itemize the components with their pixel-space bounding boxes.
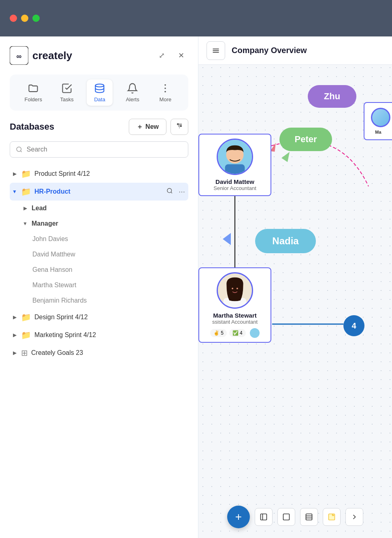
john-label: John Davies	[32, 235, 68, 243]
tree-item-creately-goals[interactable]: ▶ ⊞ Creately Goals 23	[10, 344, 188, 362]
zhu-label: Zhu	[324, 91, 340, 102]
data-icon	[94, 83, 105, 94]
grid-icon-creately-goals: ⊞	[21, 348, 28, 358]
chevron-right-toolbar-icon	[350, 513, 358, 521]
sticky-tool-button[interactable]	[323, 508, 341, 526]
hr-product-search-button[interactable]	[165, 187, 175, 196]
sub-item-john[interactable]: John Davies	[10, 231, 188, 247]
svg-point-5	[165, 91, 166, 92]
check-count: 4	[240, 330, 243, 336]
new-label: New	[145, 123, 159, 130]
peter-bubble: Peter	[279, 128, 332, 151]
svg-rect-37	[329, 514, 335, 520]
svg-marker-20	[223, 233, 231, 245]
tree-item-hr-product[interactable]: ▼ 📁 HR-Product ⋯	[10, 183, 188, 201]
badge-circle: 4	[343, 315, 364, 336]
sub-item-gena[interactable]: Gena Hanson	[10, 262, 188, 278]
fab-add-button[interactable]: +	[227, 506, 250, 528]
canvas-menu-button[interactable]	[207, 41, 225, 60]
chevron-right-icon: ▶	[11, 171, 18, 177]
product-sprint-label: Product Sprint 4/12	[34, 170, 187, 177]
tasks-icon	[61, 83, 72, 94]
david-label: David Matthew	[32, 251, 75, 258]
lead-label: Lead	[32, 205, 47, 212]
hr-product-label: HR-Product	[34, 188, 162, 195]
tree-item-design-sprint[interactable]: ▶ 📁 Design Sprint 4/12	[10, 308, 188, 326]
gena-label: Gena Hanson	[32, 266, 72, 273]
frame-tool-button[interactable]	[277, 508, 295, 526]
main-content: ∞ creately ⤢ ✕ Folders	[0, 36, 392, 538]
folder-icon-marketing-sprint: 📁	[21, 330, 31, 340]
search-small-icon	[166, 188, 173, 194]
frame-icon	[282, 513, 290, 521]
fab-plus-icon: +	[235, 510, 242, 523]
manager-label: Manager	[32, 220, 58, 227]
search-input[interactable]	[27, 146, 182, 153]
logo-text: creately	[32, 49, 72, 62]
filter-icon	[176, 122, 183, 130]
nav-label-more: More	[160, 96, 172, 102]
minimize-button[interactable]	[21, 15, 28, 22]
panel-header: ∞ creately ⤢ ✕	[0, 36, 198, 71]
svg-point-10	[180, 126, 181, 127]
reaction-avatar	[250, 328, 260, 338]
more-tool-button[interactable]	[345, 508, 363, 526]
nav-item-tasks[interactable]: Tasks	[54, 79, 80, 106]
chevron-right-marketing-icon: ▶	[11, 332, 18, 338]
peter-label: Peter	[294, 134, 317, 145]
svg-rect-31	[261, 514, 267, 520]
more-icon	[160, 83, 171, 94]
sub-item-martha[interactable]: Martha Stewart	[10, 278, 188, 293]
creately-goals-label: Creately Goals 23	[31, 349, 187, 357]
david-avatar-image	[218, 139, 252, 174]
svg-line-12	[21, 151, 22, 152]
nav-label-tasks: Tasks	[60, 96, 73, 102]
zhu-bubble: Zhu	[308, 85, 356, 108]
expand-button[interactable]: ⤢	[154, 48, 169, 63]
nav-item-data[interactable]: Data	[87, 79, 113, 106]
folder-icon-design-sprint: 📁	[21, 312, 31, 322]
martha-avatar	[217, 272, 253, 309]
chevron-down-icon: ▼	[11, 189, 18, 194]
maximize-button[interactable]	[32, 15, 40, 22]
panel-tool-button[interactable]	[300, 508, 318, 526]
hr-product-more-button[interactable]: ⋯	[177, 187, 187, 196]
sub-item-benjamin[interactable]: Benjamin Richards	[10, 293, 188, 308]
badge-value: 4	[352, 321, 356, 331]
martha-node[interactable]: Martha Stewart ssistant Accountant ✌ 5 ✅…	[198, 267, 271, 343]
nav-item-more[interactable]: More	[152, 79, 178, 106]
nav-label-folders: Folders	[25, 96, 42, 102]
design-sprint-label: Design Sprint 4/12	[34, 314, 187, 321]
close-panel-button[interactable]: ✕	[174, 48, 188, 63]
tree-item-product-sprint[interactable]: ▶ 📁 Product Sprint 4/12	[10, 165, 188, 183]
chevron-right-design-icon: ▶	[11, 314, 18, 320]
canvas-toolbar: Company Overview	[198, 36, 392, 65]
folders-icon	[28, 83, 39, 94]
reaction-peace: ✌ 5	[210, 329, 227, 337]
bottom-toolbar: +	[227, 506, 363, 528]
sidebar-tool-button[interactable]	[255, 508, 273, 526]
nav-item-alerts[interactable]: Alerts	[119, 79, 145, 106]
reaction-check: ✅ 4	[229, 329, 246, 337]
svg-point-3	[165, 84, 166, 86]
search-box	[10, 141, 188, 158]
partial-node: Ma	[364, 102, 392, 140]
nav-icons: Folders Tasks Data	[10, 75, 188, 111]
close-button[interactable]	[10, 15, 17, 22]
hamburger-icon	[212, 47, 220, 55]
new-button[interactable]: ＋ New	[129, 119, 166, 135]
martha-name: Martha Stewart	[205, 312, 265, 319]
databases-header: Databases ＋ New	[10, 119, 188, 135]
sub-item-david[interactable]: David Matthew	[10, 247, 188, 262]
tree-item-marketing-sprint[interactable]: ▶ 📁 Marketing Sprint 4/12	[10, 326, 188, 344]
david-node[interactable]: David Mattew Senior Accountant	[198, 134, 271, 196]
sub-item-manager[interactable]: ▼ Manager	[10, 216, 188, 231]
chevron-down-manager-icon: ▼	[22, 221, 28, 226]
filter-button[interactable]	[170, 119, 188, 135]
logo-area: ∞ creately	[10, 46, 72, 65]
creately-logo-icon: ∞	[10, 46, 28, 65]
sub-item-lead[interactable]: ▶ Lead	[10, 201, 188, 216]
nav-item-folders[interactable]: Folders	[20, 79, 47, 106]
sidebar-icon	[260, 513, 268, 521]
left-panel: ∞ creately ⤢ ✕ Folders	[0, 36, 198, 538]
